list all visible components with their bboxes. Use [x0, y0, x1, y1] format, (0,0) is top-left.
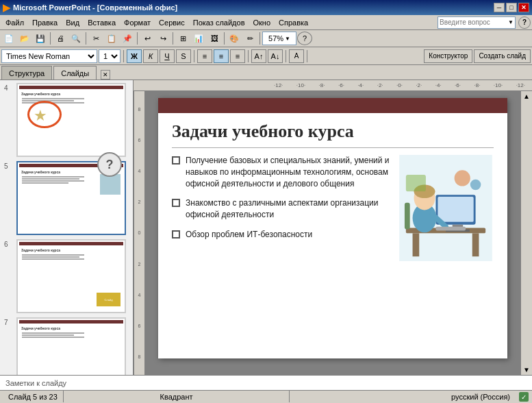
paste-button[interactable]: 📌	[120, 32, 135, 45]
main-area: 4 Задачи учебного курса ★ ? 5	[0, 80, 532, 375]
insert-table-button[interactable]: ⊞	[175, 32, 190, 45]
format-button[interactable]: 🎨	[227, 32, 242, 45]
slide-canvas[interactable]: Задачи учебного курса Получение базовых …	[158, 98, 507, 358]
ruler-vertical: 864202468	[134, 91, 144, 375]
menu-service[interactable]: Сервис	[155, 17, 189, 28]
svg-point-14	[455, 170, 470, 186]
bullet-icon-1	[172, 156, 180, 164]
svg-rect-2	[413, 233, 420, 256]
close-button[interactable]: ✕	[518, 3, 529, 12]
slide-number-4: 4	[4, 84, 8, 92]
svg-rect-13	[405, 203, 410, 230]
redo-button[interactable]: ↪	[155, 32, 170, 45]
slide-illustration	[398, 155, 494, 265]
bullet-text-2: Знакомство с различными аспектами органи…	[186, 197, 391, 221]
svg-rect-5	[438, 197, 473, 222]
insert-chart-button[interactable]: 📊	[191, 32, 206, 45]
zoom-value: 57%	[268, 34, 283, 42]
svg-point-15	[470, 180, 481, 191]
align-right-button[interactable]: ≡	[230, 49, 245, 63]
bullet-icon-2	[172, 199, 180, 207]
theme-name: Квадрант	[160, 393, 193, 401]
svg-text:✓: ✓	[521, 393, 527, 401]
align-left-button[interactable]: ≡	[197, 49, 212, 63]
minimize-button[interactable]: ─	[494, 3, 505, 12]
language-section: русский (Россия)	[290, 391, 516, 402]
help-button[interactable]: ?	[518, 16, 531, 29]
slide-thumb-7[interactable]: 7 Задачи учебного курса	[16, 317, 130, 375]
align-center-button[interactable]: ≡	[214, 49, 229, 63]
print-button[interactable]: 🖨	[53, 32, 68, 45]
title-bar: ▶ Microsoft PowerPoint - [Современный оф…	[0, 0, 532, 15]
search-box[interactable]: ▼	[438, 16, 516, 29]
bullet-item-2: Знакомство с различными аспектами органи…	[172, 197, 391, 221]
search-input[interactable]	[440, 19, 508, 26]
new-slide-button[interactable]: Создать слайд	[474, 49, 531, 63]
status-bar: Слайд 5 из 23 Квадрант русский (Россия) …	[0, 390, 532, 402]
menu-slideshow[interactable]: Показ слайдов	[189, 17, 249, 28]
menu-insert[interactable]: Вставка	[84, 17, 120, 28]
bullet-item-3: Обзор проблем ИТ-безопасности	[172, 229, 391, 241]
slide-content: Получение базовых и специальных знаний, …	[158, 155, 507, 265]
menu-help[interactable]: Справка	[275, 17, 312, 28]
menu-file[interactable]: Файл	[1, 17, 28, 28]
panel-close-button[interactable]: ✕	[101, 70, 110, 80]
main-toolbar: 📄 📂 💾 🖨 🔍 ✂ 📋 📌 ↩ ↪ ⊞ 📊 🖼 🎨 ✏ 57% ▼ ?	[0, 30, 532, 47]
undo-button[interactable]: ↩	[140, 32, 155, 45]
insert-image-button[interactable]: 🖼	[207, 32, 222, 45]
scroll-down-button[interactable]: ▼	[523, 366, 530, 374]
title-text: Microsoft PowerPoint - [Современный офис…	[13, 3, 494, 12]
notes-area[interactable]: Заметки к слайду	[0, 375, 532, 390]
new-button[interactable]: 📄	[1, 32, 16, 45]
theme-section: Квадрант	[64, 391, 290, 402]
draw-button[interactable]: ✏	[242, 32, 257, 45]
tab-slides[interactable]: Слайды	[53, 66, 97, 80]
design-button[interactable]: Конструктор	[424, 49, 472, 63]
right-scrollbar[interactable]: ▲ ▼	[521, 91, 532, 375]
underline-button[interactable]: Ч	[160, 49, 175, 63]
cut-button[interactable]: ✂	[88, 32, 103, 45]
svg-rect-3	[472, 233, 479, 256]
strikethrough-button[interactable]: S	[176, 49, 191, 63]
slide-thumb-4[interactable]: 4 Задачи учебного курса ★	[16, 83, 130, 157]
formatting-toolbar: Times New Roman Times New Roman 18 Ж К Ч…	[0, 47, 532, 65]
zoom-help-button[interactable]: ?	[297, 32, 312, 45]
menu-view[interactable]: Вид	[62, 17, 84, 28]
edit-row: 864202468 Задачи учебного курса	[134, 91, 532, 375]
slide-thumb-6[interactable]: 6 Задачи учебного курса Слайд	[16, 239, 130, 313]
bullet-text-3: Обзор проблем ИТ-безопасности	[186, 229, 312, 241]
save-button[interactable]: 💾	[33, 32, 48, 45]
open-button[interactable]: 📂	[17, 32, 32, 45]
search-dropdown-icon[interactable]: ▼	[508, 19, 514, 25]
slide-panel[interactable]: 4 Задачи учебного курса ★ ? 5	[0, 80, 134, 375]
menu-edit[interactable]: Правка	[28, 17, 62, 28]
illustration-svg	[398, 155, 494, 261]
slide-divider	[172, 147, 494, 148]
font-decrease-button[interactable]: A↓	[268, 49, 283, 63]
maximize-button[interactable]: □	[506, 3, 517, 12]
tooltip-bubble: ?	[97, 152, 122, 177]
zoom-dropdown-icon[interactable]: ▼	[285, 36, 290, 42]
font-size-select[interactable]: 18	[99, 49, 121, 63]
preview-button[interactable]: 🔍	[68, 32, 84, 45]
font-color-button[interactable]: A	[289, 49, 304, 63]
slide-title[interactable]: Задачи учебного курса	[158, 113, 507, 147]
notes-placeholder: Заметки к слайду	[5, 379, 66, 387]
scroll-up-button[interactable]: ▲	[523, 93, 530, 100]
slide-number-7: 7	[4, 319, 8, 326]
bullet-item-1: Получение базовых и специальных знаний, …	[172, 155, 391, 189]
menu-window[interactable]: Окно	[249, 17, 275, 28]
bold-button[interactable]: Ж	[127, 49, 142, 63]
copy-button[interactable]: 📋	[104, 32, 119, 45]
zoom-box[interactable]: 57% ▼	[262, 32, 296, 45]
italic-button[interactable]: К	[143, 49, 158, 63]
font-name-select[interactable]: Times New Roman	[1, 49, 97, 63]
menu-format[interactable]: Формат	[120, 17, 155, 28]
edit-column: ·12··10··8··6··4··2· ·0··2··4··6··8··10·…	[134, 80, 532, 375]
tab-structure[interactable]: Структура	[1, 66, 52, 80]
slide-info: Слайд 5 из 23	[8, 393, 58, 401]
slide-edit-area[interactable]: Задачи учебного курса Получение базовых …	[144, 91, 521, 375]
window-controls: ─ □ ✕	[494, 3, 529, 12]
panel-tabs: Структура Слайды ✕	[0, 65, 532, 80]
font-increase-button[interactable]: A↑	[251, 49, 266, 63]
